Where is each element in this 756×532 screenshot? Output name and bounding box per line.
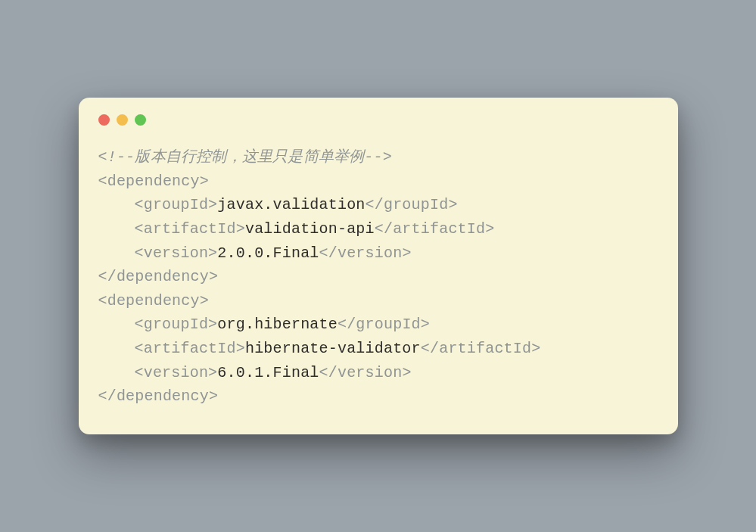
dependency-open-tag: <dependency> <box>98 173 209 190</box>
artifactid-open-tag: <artifactId> <box>135 220 245 238</box>
code-window: <!--版本自行控制，这里只是简单举例--> <dependency> <gro… <box>79 98 678 434</box>
groupid-value: org.hibernate <box>217 316 338 333</box>
xml-comment: <!--版本自行控制，这里只是简单举例--> <box>98 148 392 166</box>
groupid-value: javax.validation <box>217 196 365 213</box>
dependency-open-tag: <dependency> <box>98 292 209 310</box>
groupid-open-tag: <groupId> <box>135 316 218 333</box>
dependency-close-tag: </dependency> <box>98 268 219 285</box>
artifactid-value: validation-api <box>245 220 375 238</box>
artifactid-close-tag: </artifactId> <box>375 220 495 238</box>
artifactid-value: hibernate-validator <box>245 340 421 357</box>
version-value: 6.0.1.Final <box>217 364 319 381</box>
maximize-icon[interactable] <box>135 114 146 126</box>
artifactid-open-tag: <artifactId> <box>135 340 245 357</box>
window-controls <box>98 114 658 126</box>
version-close-tag: </version> <box>319 364 412 381</box>
version-open-tag: <version> <box>135 244 218 262</box>
groupid-open-tag: <groupId> <box>135 196 218 213</box>
version-open-tag: <version> <box>135 364 218 381</box>
close-icon[interactable] <box>98 114 110 126</box>
groupid-close-tag: </groupId> <box>338 316 430 333</box>
version-value: 2.0.0.Final <box>217 244 319 262</box>
dependency-close-tag: </dependency> <box>98 387 219 405</box>
code-block: <!--版本自行控制，这里只是简单举例--> <dependency> <gro… <box>98 145 658 409</box>
minimize-icon[interactable] <box>117 114 128 126</box>
artifactid-close-tag: </artifactId> <box>421 340 541 357</box>
version-close-tag: </version> <box>319 244 412 262</box>
groupid-close-tag: </groupId> <box>366 196 458 213</box>
